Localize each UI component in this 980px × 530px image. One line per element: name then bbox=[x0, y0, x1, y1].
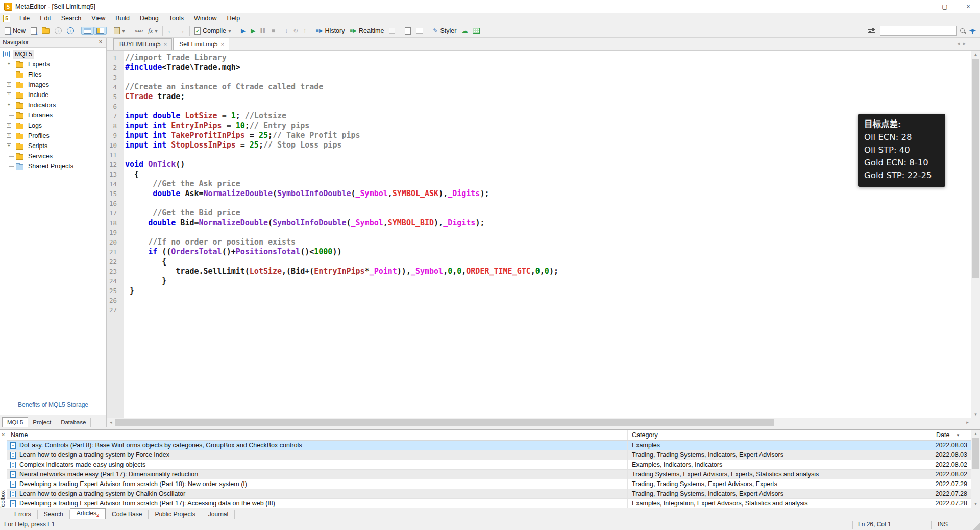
tree-item-logs[interactable]: +Logs bbox=[0, 121, 106, 131]
toolbox-tab-code-base[interactable]: Code Base bbox=[106, 510, 149, 519]
navigate-back-button[interactable]: ← bbox=[165, 26, 176, 35]
step-out-button[interactable]: ↑ bbox=[301, 26, 309, 35]
expand-icon[interactable]: + bbox=[7, 92, 11, 97]
step-over-button[interactable]: ↻ bbox=[290, 26, 301, 35]
resize-grip[interactable] bbox=[973, 523, 980, 530]
open-folder-button[interactable] bbox=[39, 27, 52, 35]
search-icon[interactable] bbox=[960, 28, 966, 34]
toolbox-tab-articles[interactable]: Articles2 bbox=[70, 508, 106, 519]
education-cap-icon[interactable] bbox=[969, 29, 976, 34]
styler-button[interactable]: ✎Styler bbox=[430, 26, 459, 35]
new-project-button[interactable] bbox=[28, 26, 39, 36]
scroll-thumb[interactable] bbox=[972, 59, 979, 278]
navigator-close-icon[interactable]: × bbox=[97, 38, 104, 45]
history-button[interactable]: ≡▶History bbox=[313, 26, 347, 35]
editor-tab-buylimit-mq5[interactable]: BUYLIMIT.mq5× bbox=[113, 38, 172, 50]
mql5-storage-link[interactable]: Benefits of MQL5 Storage bbox=[0, 401, 106, 408]
menu-edit[interactable]: Edit bbox=[35, 13, 56, 24]
table-scrollbar[interactable]: ▴ ▾ bbox=[971, 430, 980, 508]
expand-icon[interactable]: + bbox=[7, 123, 11, 128]
pause-button[interactable]: ▌▌ bbox=[258, 26, 268, 35]
toggle-toolbox-button[interactable] bbox=[94, 27, 107, 35]
tree-root-mql5[interactable]: {}MQL5 bbox=[0, 49, 106, 59]
scroll-down-icon[interactable]: ▾ bbox=[971, 411, 980, 418]
scroll-down-icon[interactable]: ▾ bbox=[971, 500, 980, 508]
scroll-thumb[interactable] bbox=[115, 419, 774, 426]
run-button[interactable]: ▶ bbox=[248, 26, 258, 35]
copy-snapshot-button[interactable] bbox=[402, 26, 413, 36]
minimize-button[interactable]: – bbox=[910, 0, 933, 13]
expand-icon[interactable]: + bbox=[7, 62, 11, 66]
menu-tools[interactable]: Tools bbox=[164, 13, 189, 24]
expand-icon[interactable]: + bbox=[7, 133, 11, 138]
tree-item-shared-projects[interactable]: Shared Projects bbox=[0, 161, 106, 172]
toolbox-tab-public-projects[interactable]: Public Projects bbox=[149, 510, 202, 519]
menu-help[interactable]: Help bbox=[222, 13, 245, 24]
editor-tab-sell-limit-mq5[interactable]: Sell Limit.mq5× bbox=[173, 38, 229, 50]
menu-view[interactable]: View bbox=[86, 13, 110, 24]
paste-button[interactable]: ▾ bbox=[111, 26, 128, 35]
tree-item-files[interactable]: Files bbox=[0, 69, 106, 80]
close-icon[interactable]: × bbox=[221, 41, 224, 47]
expand-icon[interactable]: + bbox=[7, 82, 11, 87]
toolbox-close-icon[interactable]: × bbox=[2, 431, 5, 438]
toggle-navigator-button[interactable] bbox=[81, 27, 94, 35]
tree-item-experts[interactable]: +Experts bbox=[0, 59, 106, 69]
article-row[interactable]: Developing a trading Expert Advisor from… bbox=[7, 479, 971, 489]
new-button[interactable]: New bbox=[2, 26, 28, 36]
step-into-button[interactable]: ↓ bbox=[282, 26, 290, 35]
dropdown-icon[interactable]: ▾ bbox=[122, 27, 125, 34]
menu-build[interactable]: Build bbox=[110, 13, 135, 24]
close-button[interactable]: × bbox=[957, 0, 980, 13]
tree-item-scripts[interactable]: +Scripts bbox=[0, 141, 106, 151]
tree-item-include[interactable]: +Include bbox=[0, 90, 106, 100]
search-input[interactable] bbox=[880, 26, 957, 36]
cloud-storage-button[interactable]: ☁ bbox=[459, 26, 470, 35]
column-header-category[interactable]: Category bbox=[628, 430, 932, 440]
menu-window[interactable]: Window bbox=[189, 13, 222, 24]
navigate-forward-button[interactable]: → bbox=[176, 26, 187, 35]
tree-item-indicators[interactable]: +Indicators bbox=[0, 100, 106, 110]
article-row[interactable]: Learn how to design a trading system by … bbox=[7, 489, 971, 499]
tree-item-profiles[interactable]: +Profiles bbox=[0, 131, 106, 141]
realtime-button[interactable]: ≡▶Realtime bbox=[348, 26, 387, 35]
update-storage-button[interactable]: ↓ bbox=[64, 26, 77, 35]
editor-horizontal-scrollbar[interactable]: ◂ ▸ bbox=[107, 418, 971, 427]
maximize-button[interactable]: ▢ bbox=[933, 0, 957, 13]
column-header-name[interactable]: Name bbox=[7, 430, 628, 440]
function-list-button[interactable]: fx▾ bbox=[145, 26, 160, 36]
editor-vertical-scrollbar[interactable]: ▴ ▾ bbox=[971, 51, 980, 418]
expand-icon[interactable]: + bbox=[7, 143, 11, 148]
column-header-date[interactable]: Date▾ bbox=[932, 430, 971, 440]
dropdown-icon[interactable]: ▾ bbox=[155, 27, 158, 34]
metaquotes-id-button[interactable] bbox=[470, 27, 482, 35]
article-row[interactable]: Neural networks made easy (Part 17): Dim… bbox=[7, 470, 971, 479]
article-row[interactable]: DoEasy. Controls (Part 8): Base WinForms… bbox=[7, 441, 971, 450]
settings-sliders-icon[interactable] bbox=[868, 28, 875, 34]
navigator-tab-mql5[interactable]: MQL5 bbox=[2, 417, 28, 427]
scroll-left-icon[interactable]: ◂ bbox=[107, 418, 115, 427]
toolbox-tab-journal[interactable]: Journal bbox=[202, 510, 235, 519]
close-icon[interactable]: × bbox=[164, 41, 167, 47]
tree-item-images[interactable]: +Images bbox=[0, 80, 106, 90]
navigator-tab-database[interactable]: Database bbox=[56, 418, 91, 427]
compile-button[interactable]: Compile ▾ bbox=[192, 26, 234, 36]
article-row[interactable]: Complex indicators made easy using objec… bbox=[7, 460, 971, 470]
dropdown-icon[interactable]: ▾ bbox=[228, 27, 231, 34]
scroll-right-icon[interactable]: ▸ bbox=[964, 418, 971, 427]
tab-scroll-arrows[interactable]: ◂▸ bbox=[957, 40, 969, 47]
expand-icon[interactable]: + bbox=[7, 103, 11, 107]
menu-debug[interactable]: Debug bbox=[135, 13, 164, 24]
menu-file[interactable]: File bbox=[14, 13, 35, 24]
tree-item-services[interactable]: Services bbox=[0, 151, 106, 161]
code-editor[interactable]: 1//import Trade Library2#include<Trade\T… bbox=[107, 51, 971, 418]
scroll-thumb[interactable] bbox=[972, 438, 979, 469]
scroll-up-icon[interactable]: ▴ bbox=[971, 430, 980, 438]
toolbox-tab-errors[interactable]: Errors bbox=[8, 510, 38, 519]
article-row[interactable]: Learn how to design a trading system by … bbox=[7, 450, 971, 460]
toolbox-tab-search[interactable]: Search bbox=[38, 510, 70, 519]
checkout-button[interactable]: ↓ bbox=[52, 26, 64, 35]
navigator-tab-project[interactable]: Project bbox=[28, 418, 56, 427]
scroll-up-icon[interactable]: ▴ bbox=[971, 51, 980, 58]
menu-search[interactable]: Search bbox=[56, 13, 87, 24]
